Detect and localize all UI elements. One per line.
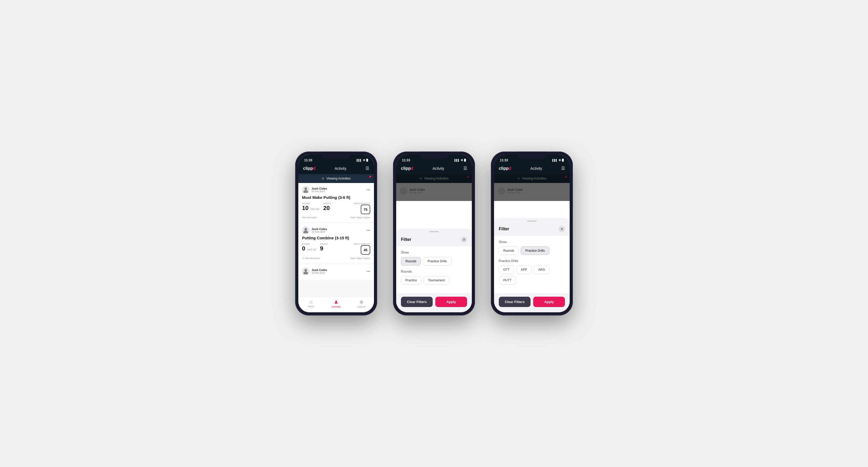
logo-d-1: d <box>313 166 315 171</box>
drill-chips-3: OTT APP ARG PUTT <box>499 266 565 284</box>
signal-icon-2: ▌▌▌ <box>455 159 460 162</box>
show-label-3: Show <box>499 240 565 244</box>
arg-chip-3[interactable]: ARG <box>534 266 550 274</box>
stats-row-1: Score 10 OUT OF Shots 20 Shot Quality <box>302 202 370 214</box>
tournament-chip-2[interactable]: Tournament <box>424 276 449 284</box>
wifi-icon-2: ⌘ <box>461 159 463 162</box>
sq-label-1: Shot Quality <box>354 202 370 205</box>
header-title-1: Activity <box>335 166 346 170</box>
user-text-2: Josh Coles 28 Feb 2023 <box>312 227 327 233</box>
clear-btn-2[interactable]: Clear Filters <box>401 297 433 307</box>
status-time-3: 11:33 <box>500 158 508 162</box>
apply-btn-2[interactable]: Apply <box>435 297 467 307</box>
sq-badge-1: 75 <box>361 205 370 214</box>
viewing-bar-1[interactable]: ⚙ Viewing Activities <box>298 174 374 183</box>
activities-icon-1: ♟ <box>334 299 338 305</box>
activities-label-1: Activities <box>331 305 341 308</box>
putt-chip-3[interactable]: PUTT <box>499 276 516 284</box>
show-label-2: Show <box>401 251 467 254</box>
logo-3: clippd <box>499 166 511 171</box>
menu-icon-2[interactable]: ☰ <box>463 166 467 171</box>
ott-chip-3[interactable]: OTT <box>499 266 514 274</box>
activity-card-1: Josh Coles 28 Feb 2023 ••• Must Make Put… <box>298 183 374 222</box>
app-header-2: clippd Activity ☰ <box>396 164 472 174</box>
logo-clip-3: clipp <box>499 166 508 171</box>
practice-drills-chip-2[interactable]: Practice Drills <box>423 257 451 266</box>
card-header-1: Josh Coles 28 Feb 2023 ••• <box>302 186 370 193</box>
app-chip-3[interactable]: APP <box>516 266 532 274</box>
status-icons-2: ▌▌▌ ⌘ ▉ <box>455 159 466 162</box>
modal-title-2: Filter <box>401 237 411 242</box>
filter-icon-1: ⚙ <box>321 177 324 180</box>
logo-1: clippd <box>303 166 315 171</box>
rounds-chips-2: Practice Tournament <box>401 276 467 284</box>
more-btn-2[interactable]: ••• <box>366 228 370 232</box>
viewing-bar-text-2: Viewing Activities <box>424 177 448 180</box>
clear-btn-3[interactable]: Clear Filters <box>499 297 530 307</box>
info-text-2: ⓘ Test Information <box>302 257 320 260</box>
status-time-1: 11:33 <box>304 158 312 162</box>
shots-group-1: Shots 20 <box>323 202 331 212</box>
avatar-person-3 <box>302 268 309 275</box>
stats-row-2: Score 0 OUT OF Shots 9 Shot Quality <box>302 243 370 255</box>
modal-footer-2: Clear Filters Apply <box>396 293 472 312</box>
red-dot-1 <box>369 176 371 178</box>
card-header-3: Josh Coles 28 Feb 2023 ••• <box>302 268 370 275</box>
phone-2: 11:33 ▌▌▌ ⌘ ▉ clippd Activity ☰ ⚙ Vie <box>393 152 475 315</box>
shots-label-2: Shots <box>320 243 328 245</box>
user-info-1: Josh Coles 28 Feb 2023 <box>302 186 327 193</box>
rounds-chip-2[interactable]: Rounds <box>401 257 421 266</box>
sq-badge-2: 45 <box>361 245 370 255</box>
card-footer-1: Test Information Data: Clippd Capture <box>302 216 370 219</box>
battery-icon-3: ▉ <box>562 159 564 162</box>
practice-chip-2[interactable]: Practice <box>401 276 421 284</box>
user-date-1: 28 Feb 2023 <box>312 190 327 193</box>
modal-body-3: Show Rounds Practice Drills Practice Dri… <box>494 236 570 293</box>
card-footer-2: ⓘ Test Information Data: Clippd Capture <box>302 257 370 260</box>
more-btn-1[interactable]: ••• <box>366 188 370 192</box>
activity-card-3: Josh Coles 28 Feb 2023 ••• <box>298 264 374 280</box>
modal-header-2: Filter ✕ <box>396 234 472 246</box>
modal-title-3: Filter <box>499 227 509 231</box>
shots-value-2: 9 <box>320 245 323 252</box>
avatar-1 <box>302 186 309 193</box>
close-btn-2[interactable]: ✕ <box>461 237 467 243</box>
signal-icon: ▌▌▌ <box>357 159 362 162</box>
out-of-1: OUT OF <box>310 208 319 211</box>
user-info-2: Josh Coles 28 Feb 2023 <box>302 227 327 234</box>
modal-handle-2 <box>429 231 439 232</box>
filter-modal-overlay-2: Filter ✕ Show Rounds Practice Drills Rou… <box>396 186 472 312</box>
modal-body-2: Show Rounds Practice Drills Rounds Pract… <box>396 246 472 293</box>
phone-3: 11:33 ▌▌▌ ⌘ ▉ clippd Activity ☰ ⚙ Vie <box>491 152 573 315</box>
red-dot-2 <box>467 176 469 178</box>
shots-label-1: Shots <box>323 202 331 205</box>
out-of-2: OUT OF <box>307 248 316 251</box>
score-group-1: Score 10 OUT OF <box>302 202 320 212</box>
data-source-2: Data: Clippd Capture <box>350 257 370 259</box>
apply-btn-3[interactable]: Apply <box>533 297 565 307</box>
red-dot-3 <box>565 176 567 178</box>
rounds-chip-3[interactable]: Rounds <box>499 246 519 255</box>
user-name-3: Josh Coles <box>312 269 327 272</box>
avatar-3 <box>302 268 309 275</box>
phone-3-inner: 11:33 ▌▌▌ ⌘ ▉ clippd Activity ☰ ⚙ Vie <box>494 155 570 312</box>
more-btn-3[interactable]: ••• <box>366 269 370 274</box>
menu-icon-1[interactable]: ☰ <box>366 166 369 171</box>
avatar-person-2 <box>302 227 309 234</box>
header-title-3: Activity <box>530 166 542 170</box>
user-info-3: Josh Coles 28 Feb 2023 <box>302 268 327 275</box>
nav-capture-1[interactable]: ⊕ Capture <box>349 299 374 308</box>
show-chips-2: Rounds Practice Drills <box>401 257 467 266</box>
score-label-2: Score <box>302 243 317 245</box>
activity-card-2: Josh Coles 28 Feb 2023 ••• Putting Combi… <box>298 223 374 263</box>
modal-handle-3 <box>527 221 537 222</box>
nav-home-1[interactable]: ⌂ Home <box>298 299 323 308</box>
practice-drills-chip-3[interactable]: Practice Drills <box>521 246 549 255</box>
capture-icon-1: ⊕ <box>360 299 363 305</box>
app-header-1: clippd Activity ☰ <box>298 164 374 174</box>
nav-activities-1[interactable]: ♟ Activities <box>323 299 348 308</box>
menu-icon-3[interactable]: ☰ <box>561 166 565 171</box>
user-name-1: Josh Coles <box>312 187 327 190</box>
score-group-2: Score 0 OUT OF <box>302 243 317 252</box>
close-btn-3[interactable]: ✕ <box>559 226 565 232</box>
